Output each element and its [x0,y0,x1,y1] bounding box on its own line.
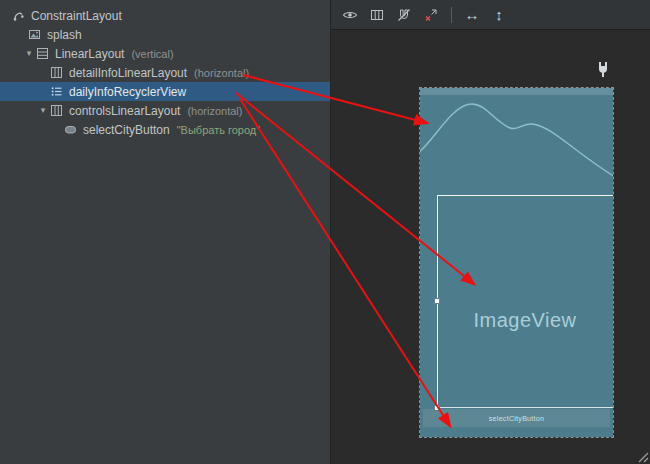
magnet-off-icon[interactable] [394,5,414,25]
render-tools-icon[interactable] [596,61,610,78]
tree-item-label: ConstraintLayout [31,9,122,23]
imageview-placeholder[interactable]: ImageView [437,309,613,332]
status-bar-strip [420,88,613,95]
tree-item-label: dailyInfoRecyclerView [69,85,186,99]
tree-item-label: selectCityButton [83,123,170,137]
tree-item-label: detailInfoLinearLayout [69,66,187,80]
tree-item-label: LinearLayout [55,47,124,61]
selection-handle-bottom-left[interactable] [434,405,440,411]
tree-item-constraintlayout[interactable]: ConstraintLayout [0,6,330,25]
vertical-resize-icon[interactable]: ↕ [489,5,509,25]
tree-item-selectcitybutton[interactable]: selectCityButton "Выбрать город" [0,120,330,139]
tree-item-splash[interactable]: splash [0,25,330,44]
design-toolbar: ↔ ↕ [331,0,650,30]
recyclerview-selection-bounds[interactable] [437,195,613,408]
tree-item-orientation: (horizontal) [194,67,249,79]
toolbar-separator [451,7,452,23]
device-preview[interactable]: ImageView selectCityButton [420,88,613,437]
wave-graphic [420,95,613,195]
chevron-down-icon[interactable]: ▾ [22,44,36,63]
tree-item-orientation: (horizontal) [187,105,242,117]
layout-editor-window: ConstraintLayout splash ▾ LinearLayout (… [0,0,650,464]
linear-layout-vertical-icon [36,47,49,60]
linear-layout-horizontal-icon [50,66,63,79]
selection-handle-left[interactable] [434,298,440,304]
tree-item-linearlayout[interactable]: ▾ LinearLayout (vertical) [0,44,330,63]
recycler-view-icon [50,85,63,98]
tree-item-text-value: "Выбрать город" [177,124,260,136]
tree-item-detailinfolinearlayout[interactable]: detailInfoLinearLayout (horizontal) [0,63,330,82]
image-icon [28,28,41,41]
eye-icon[interactable] [340,5,360,25]
button-icon [64,123,77,136]
resize-grip[interactable] [633,447,649,463]
chevron-down-icon[interactable]: ▾ [36,101,50,120]
select-city-button-preview[interactable]: selectCityButton [423,409,610,427]
columns-icon[interactable] [367,5,387,25]
tree-item-orientation: (vertical) [131,48,173,60]
tree-item-label: splash [47,28,82,42]
tree-item-label: controlsLinearLayout [69,104,180,118]
tree-item-dailyinforecyclerview[interactable]: dailyInfoRecyclerView [0,82,330,101]
constraint-layout-icon [12,9,25,22]
horizontal-resize-icon[interactable]: ↔ [462,5,482,25]
component-tree-panel: ConstraintLayout splash ▾ LinearLayout (… [0,0,331,464]
tree-item-controlslinearlayout[interactable]: ▾ controlsLinearLayout (horizontal) [0,101,330,120]
linear-layout-horizontal-icon [50,104,63,117]
clear-constraints-icon[interactable] [421,5,441,25]
